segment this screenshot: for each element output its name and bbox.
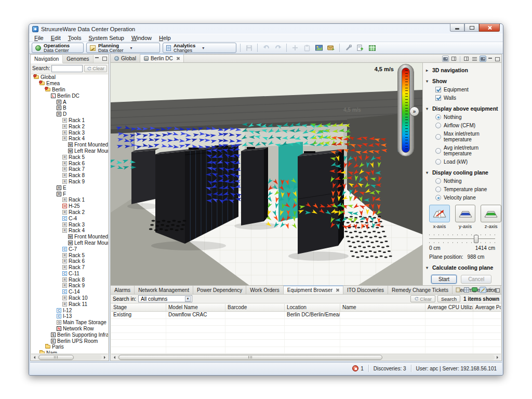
radio-icon[interactable] [435,187,441,192]
search-input[interactable] [51,65,83,72]
redo-button[interactable] [273,43,283,52]
tree-item-front-mounted[interactable]: MFront Mounted [31,142,108,148]
radio-airflow[interactable]: Airflow (CFM) [423,123,501,128]
rack-middle[interactable] [241,147,268,225]
radio-nothing-plane[interactable]: Nothing [423,178,501,184]
y-axis-button[interactable] [455,205,476,222]
menu-window[interactable]: Window [128,34,155,42]
tree-item-rack-6[interactable]: RRack 6 [31,258,108,264]
planning-mode-button[interactable]: Planning Data Center ▾ [86,43,160,53]
tab-global[interactable]: Global [111,54,140,62]
tree-item-rack-2[interactable]: RRack 2 [31,209,108,216]
tree-item-left-rear-moun[interactable]: MLeft Rear Moun [31,148,108,154]
checkbox-equipment[interactable]: Equipment [423,87,501,92]
radio-icon[interactable] [435,195,441,201]
link-editor-icon[interactable] [450,56,457,62]
column-header-stage[interactable]: Stage [111,304,166,311]
tools-button[interactable] [343,43,353,52]
alarm-status[interactable]: 1 [352,365,364,371]
tree-item-rack-7[interactable]: RRack 7 [31,166,108,172]
table-row[interactable]: ExistingDownflow CRACBerlin DC/Berlin/Em… [111,312,501,319]
search-columns-dropdown[interactable]: All columns ▾ [138,295,192,302]
start-button[interactable]: Start [431,275,457,284]
add-report-button[interactable] [355,43,365,52]
cancel-button[interactable]: Cancel [461,275,491,284]
radio-load[interactable]: Load (kW) [423,159,501,165]
section-3d-navigation[interactable]: ▸3D navigation [423,67,501,73]
scroll-left-icon[interactable] [31,354,37,360]
close-tab-icon[interactable] [176,57,180,60]
scroll-right-icon[interactable] [102,354,108,360]
tree-item-front-mounted[interactable]: MFront Mounted [31,234,108,240]
undo-button[interactable] [261,43,271,52]
tab-work-orders[interactable]: Work Orders [246,286,284,294]
tree-item-rack-3[interactable]: RRack 3 [31,221,108,228]
tree-horizontal-scrollbar[interactable] [31,354,108,360]
tree-item-b[interactable]: RB [31,105,108,111]
tree-item-c-11[interactable]: CC-11 [31,271,108,277]
grid-icon[interactable] [463,287,470,293]
tree-item-emea[interactable]: Emea [31,81,108,87]
checkbox-icon[interactable] [435,95,441,101]
tree-item-rack-8[interactable]: RRack 8 [31,276,108,283]
split-view-icon[interactable] [463,56,470,62]
snapshot-button[interactable] [314,43,324,52]
tab-navigation[interactable]: Navigation [31,55,63,63]
scroll-right-icon[interactable] [495,354,501,360]
table-row[interactable] [111,347,501,354]
scale-expand-button[interactable]: » [409,107,419,116]
paste-button[interactable] [302,43,312,52]
tree-item-berlin[interactable]: Berlin [31,87,108,93]
table-horizontal-scrollbar[interactable] [111,354,501,360]
scroll-left-icon[interactable] [111,354,117,360]
table-row[interactable] [111,319,501,326]
tree-item-rack-5[interactable]: RRack 5 [31,154,108,160]
clear-search-button[interactable]: Clear [84,65,107,72]
3d-room-view[interactable]: 4,5 m/s 0 m/s 4,5 m/s » [111,63,422,285]
minimize-button[interactable] [450,24,464,32]
camera-view-icon[interactable] [480,56,486,62]
tab-power-dependency[interactable]: Power Dependency [193,286,246,294]
export-button[interactable] [326,43,336,52]
tree-item-rack-2[interactable]: RRack 2 [31,123,108,129]
minimize-panel-icon[interactable] [95,56,100,61]
menu-tools[interactable]: Tools [64,34,85,42]
maximize-bottom-panel-icon[interactable] [495,288,500,292]
tree-item-f[interactable]: RF [31,191,108,197]
tree-item-global[interactable]: Global [31,74,108,81]
radio-icon[interactable] [435,114,441,120]
tab-berlin-dc[interactable]: Berlin DC [140,54,184,62]
radio-max-inlet[interactable]: Max inlet/return temperature [423,131,501,142]
radio-velocity-plane[interactable]: Velocity plane [423,195,501,201]
section-display-cooling-plane[interactable]: ▾Display cooling plane [423,169,501,176]
tree-item-nam[interactable]: Nam [31,350,108,353]
maximize-button[interactable] [464,24,479,32]
table-row[interactable] [111,333,501,340]
column-header-model-name[interactable]: Model Name [166,304,225,311]
tree-item-network-row[interactable]: NNetwork Row [31,326,108,332]
section-calculate-cooling-plane[interactable]: ▾Calculate cooling plane [423,264,501,271]
radio-icon[interactable] [435,123,441,128]
radio-icon[interactable] [435,178,441,184]
tree-item-rack-5[interactable]: RRack 5 [31,252,108,258]
tree-item-left-rear-moun[interactable]: MLeft Rear Moun [31,240,108,246]
column-header-name[interactable]: Name [340,304,425,311]
column-header-barcode[interactable]: Barcode [225,304,285,311]
radio-temperature-plane[interactable]: Temperature plane [423,187,501,192]
save-button[interactable] [244,43,254,52]
x-axis-button[interactable] [429,205,450,222]
tree-item-i-13[interactable]: CI-13 [31,313,108,320]
operations-mode-button[interactable]: Operations Data Center [32,43,84,53]
clear-filter-button[interactable]: Clear [410,295,435,302]
search-button[interactable]: Search [437,295,460,302]
tab-alarms[interactable]: Alarms [111,286,135,294]
menu-file[interactable]: File [31,34,47,42]
minimize-bottom-panel-icon[interactable] [488,288,493,292]
tree-item-paris[interactable]: Paris [31,344,108,350]
tab-genomes[interactable]: Genomes [63,55,93,63]
radio-icon[interactable] [435,148,441,154]
tree-item-rack-4[interactable]: RRack 4 [31,136,108,142]
close-tab-icon[interactable] [336,288,339,292]
tree-item-c-14[interactable]: CC-14 [31,289,108,295]
tab-ito-discoveries[interactable]: ITO Discoveries [343,286,388,294]
